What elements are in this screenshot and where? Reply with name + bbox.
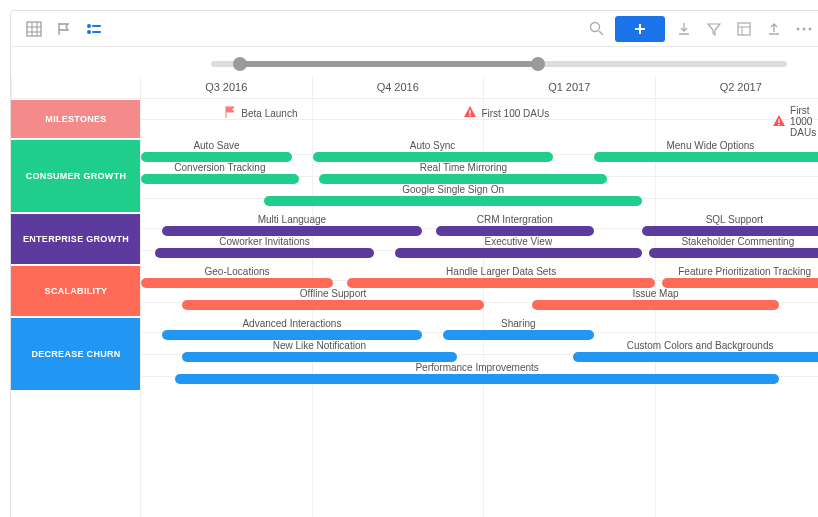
roadmap-bar[interactable] <box>319 174 607 184</box>
roadmap-bar[interactable] <box>443 330 594 340</box>
bar-label: Multi Language <box>258 214 326 225</box>
lane-body: Auto SaveAuto SyncMenu Wide OptionsConve… <box>141 139 818 213</box>
bar-label: Sharing <box>501 318 535 329</box>
svg-point-16 <box>797 27 800 30</box>
toolbar-actions <box>581 16 818 42</box>
toolbar-view-group <box>19 16 109 42</box>
swimlane: MILESTONESBeta LaunchFirst 100 DAUsFirst… <box>11 99 818 139</box>
quarter-col: Q4 2016 <box>313 77 485 98</box>
milestone-label: First 100 DAUs <box>481 108 549 119</box>
swimlane: CONSUMER GROWTHAuto SaveAuto SyncMenu Wi… <box>11 139 818 213</box>
swimlane: ENTERPRISE GROWTHMulti LanguageCRM Inter… <box>11 213 818 265</box>
svg-point-18 <box>809 27 812 30</box>
layout-icon <box>737 22 751 36</box>
roadmap-bar[interactable] <box>141 152 292 162</box>
lane-body: Beta LaunchFirst 100 DAUsFirst 1000 DAUs <box>141 99 818 139</box>
upload-icon <box>767 22 781 36</box>
svg-point-17 <box>803 27 806 30</box>
lane-label[interactable]: CONSUMER GROWTH <box>11 140 141 212</box>
slider-handle-end[interactable] <box>531 57 545 71</box>
lane-body: Advanced InteractionsSharingNew Like Not… <box>141 317 818 391</box>
add-button[interactable] <box>615 16 665 42</box>
swimlane: SCALABILITYGeo-LocationsHandle Larger Da… <box>11 265 818 317</box>
roadmap-bar[interactable] <box>162 330 423 340</box>
svg-point-7 <box>87 30 91 34</box>
roadmap-bar[interactable] <box>141 278 333 288</box>
roadmap-bar[interactable] <box>313 152 553 162</box>
more-button[interactable] <box>789 16 818 42</box>
time-range-slider[interactable] <box>11 47 818 77</box>
lane-label[interactable]: ENTERPRISE GROWTH <box>11 214 141 264</box>
roadmap-bar[interactable] <box>175 374 779 384</box>
bar-label: Google Single Sign On <box>402 184 504 195</box>
roadmap-bar[interactable] <box>182 352 456 362</box>
bar-label: New Like Notification <box>273 340 366 351</box>
roadmap-bar[interactable] <box>182 300 484 310</box>
grid-view-button[interactable] <box>19 16 49 42</box>
layout-button[interactable] <box>729 16 759 42</box>
lane-label[interactable]: SCALABILITY <box>11 266 141 316</box>
svg-rect-0 <box>27 22 41 36</box>
download-icon <box>677 22 691 36</box>
roadmap-bar[interactable] <box>395 248 642 258</box>
bar-row: Geo-LocationsHandle Larger Data SetsFeat… <box>141 269 818 291</box>
quarter-col: Q1 2017 <box>484 77 656 98</box>
lane-body: Multi LanguageCRM IntergrationSQL Suppor… <box>141 213 818 265</box>
roadmap-bar[interactable] <box>662 278 818 288</box>
roadmap-bar[interactable] <box>347 278 656 288</box>
alert-icon <box>463 105 477 121</box>
timeline-view-button[interactable] <box>79 16 109 42</box>
bar-label: Menu Wide Options <box>666 140 754 151</box>
lane-label[interactable]: MILESTONES <box>11 100 141 138</box>
svg-rect-8 <box>92 31 101 33</box>
milestone-label: Beta Launch <box>241 108 297 119</box>
lane-body: Geo-LocationsHandle Larger Data SetsFeat… <box>141 265 818 317</box>
bar-row: Coworker InvitationsExecutive ViewStakeh… <box>141 239 818 261</box>
slider-handle-start[interactable] <box>233 57 247 71</box>
toolbar <box>11 11 818 47</box>
download-button[interactable] <box>669 16 699 42</box>
roadmap-bar[interactable] <box>642 226 818 236</box>
roadmap-bar[interactable] <box>649 248 818 258</box>
roadmap-bar[interactable] <box>155 248 375 258</box>
flag-view-button[interactable] <box>49 16 79 42</box>
roadmap-bar[interactable] <box>594 152 818 162</box>
bar-row: Performance Improvements <box>141 365 818 387</box>
roadmap-bar[interactable] <box>264 196 641 206</box>
milestone-item[interactable]: First 1000 DAUs <box>772 105 818 138</box>
slider-fill <box>237 61 537 67</box>
milestone-item[interactable]: First 100 DAUs <box>463 105 549 121</box>
roadmap-bar[interactable] <box>573 352 818 362</box>
swimlane: DECREASE CHURNAdvanced InteractionsShari… <box>11 317 818 391</box>
roadmap-content: Q3 2016 Q4 2016 Q1 2017 Q2 2017 MILESTON… <box>11 47 818 517</box>
svg-point-9 <box>590 23 599 32</box>
svg-point-22 <box>778 123 780 125</box>
bar-row: Google Single Sign On <box>141 187 818 209</box>
quarter-col: Q2 2017 <box>656 77 819 98</box>
flag-icon <box>223 105 237 121</box>
bar-label: Advanced Interactions <box>242 318 341 329</box>
quarter-col: Q3 2016 <box>141 77 313 98</box>
timeline-header: Q3 2016 Q4 2016 Q1 2017 Q2 2017 <box>11 77 818 99</box>
search-icon <box>589 21 604 36</box>
more-icon <box>796 27 812 31</box>
bar-label: Stakeholder Commenting <box>681 236 794 247</box>
roadmap-bar[interactable] <box>141 174 299 184</box>
bar-label: Performance Improvements <box>415 362 538 373</box>
milestone-item[interactable]: Beta Launch <box>223 105 297 121</box>
timeline-icon <box>86 22 102 36</box>
bar-label: Handle Larger Data Sets <box>446 266 556 277</box>
filter-button[interactable] <box>699 16 729 42</box>
roadmap-bar[interactable] <box>532 300 779 310</box>
bar-label: Executive View <box>484 236 552 247</box>
upload-button[interactable] <box>759 16 789 42</box>
roadmap-bar[interactable] <box>162 226 423 236</box>
filter-icon <box>707 22 721 36</box>
roadmap-bar[interactable] <box>436 226 594 236</box>
bar-label: SQL Support <box>706 214 763 225</box>
plus-icon <box>633 22 647 36</box>
lane-label[interactable]: DECREASE CHURN <box>11 318 141 390</box>
bar-label: Feature Prioritization Tracking <box>678 266 811 277</box>
search-button[interactable] <box>581 16 611 42</box>
bar-label: Auto Sync <box>410 140 456 151</box>
